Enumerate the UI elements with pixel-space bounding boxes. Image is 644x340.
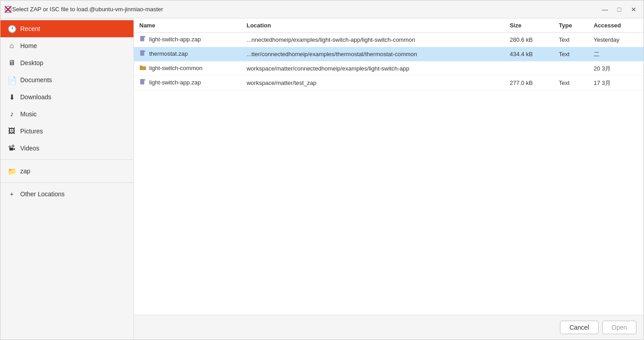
table-row[interactable]: light-switch-commonworkspace/matter/conn…: [134, 62, 644, 76]
downloads-icon: ⬇: [8, 93, 16, 102]
file-name-text: light-switch-app.zap: [149, 79, 201, 86]
sidebar-item-videos[interactable]: 📽Videos: [0, 140, 133, 157]
recent-icon: 🕐: [8, 25, 16, 33]
sidebar-label-documents: Documents: [20, 76, 52, 84]
file-type-cell: Text: [554, 33, 588, 47]
sidebar-label-recent: Recent: [20, 25, 40, 32]
file-name-cell: thermostat.zap: [134, 47, 241, 62]
file-location-cell: ...tter/connectedhomeip/examples/thermos…: [241, 47, 504, 62]
videos-icon: 📽: [8, 144, 16, 152]
sidebar-label-home: Home: [20, 42, 37, 49]
file-location-cell: workspace/matter/test_zap: [241, 76, 504, 90]
file-name-text: light-switch-common: [149, 65, 202, 71]
file-icon: thermostat.zap: [139, 50, 188, 57]
sidebar-label-zap: zap: [20, 168, 31, 175]
table-body: light-switch-app.zap...nnectedhomeip/exa…: [134, 33, 644, 90]
titlebar: Select ZAP or ISC file to load.@ubuntu-v…: [0, 0, 644, 18]
sidebar-item-pictures[interactable]: 🖼Pictures: [0, 123, 133, 140]
file-location-cell: workspace/matter/connectedhomeip/example…: [241, 62, 504, 76]
file-name-cell: light-switch-app.zap: [134, 76, 241, 90]
file-name-cell: light-switch-app.zap: [134, 33, 241, 47]
files-table: Name Location Size Type Accessed light-s…: [134, 18, 644, 90]
window-controls: — □ ✕: [599, 4, 640, 14]
file-accessed-cell: 17 3月: [588, 76, 644, 90]
sidebar-item-recent[interactable]: 🕐Recent: [0, 20, 133, 37]
file-size-cell: 280.6 kB: [504, 33, 553, 47]
sidebar: 🕐Recent⌂Home🖥Desktop📄Documents⬇Downloads…: [0, 18, 134, 340]
sidebar-divider-2: [0, 182, 133, 183]
app-logo-icon: [4, 5, 12, 13]
file-accessed-cell: 20 3月: [588, 62, 644, 76]
file-type-cell: Text: [554, 76, 588, 90]
file-accessed-cell: 二: [588, 47, 644, 62]
cancel-button[interactable]: Cancel: [560, 321, 599, 334]
table-row[interactable]: thermostat.zap...tter/connectedhomeip/ex…: [134, 47, 644, 62]
main-content: 🕐Recent⌂Home🖥Desktop📄Documents⬇Downloads…: [0, 18, 644, 340]
table-row[interactable]: light-switch-app.zapworkspace/matter/tes…: [134, 76, 644, 90]
sidebar-label-desktop: Desktop: [20, 59, 43, 66]
open-button[interactable]: Open: [602, 321, 636, 334]
footer: Cancel Open: [134, 315, 644, 340]
sidebar-item-documents[interactable]: 📄Documents: [0, 71, 133, 88]
file-size-cell: 434.4 kB: [504, 47, 553, 62]
sidebar-label-videos: Videos: [20, 145, 40, 152]
minimize-button[interactable]: —: [599, 4, 611, 14]
file-size-cell: [504, 62, 553, 76]
col-accessed[interactable]: Accessed: [588, 18, 644, 33]
file-name-text: thermostat.zap: [149, 50, 188, 57]
desktop-icon: 🖥: [8, 59, 16, 67]
main-panel: Name Location Size Type Accessed light-s…: [134, 18, 644, 340]
close-button[interactable]: ✕: [627, 4, 640, 14]
col-name[interactable]: Name: [134, 18, 241, 33]
home-icon: ⌂: [8, 42, 16, 50]
svg-rect-4: [140, 50, 144, 56]
pictures-icon: 🖼: [8, 127, 16, 135]
zap-icon: 📁: [8, 167, 16, 176]
other-locations-icon: +: [8, 190, 16, 198]
maximize-button[interactable]: □: [613, 4, 626, 14]
music-icon: ♪: [8, 110, 16, 118]
sidebar-item-downloads[interactable]: ⬇Downloads: [0, 88, 133, 106]
file-table: Name Location Size Type Accessed light-s…: [134, 18, 644, 315]
sidebar-item-zap[interactable]: 📁zap: [0, 163, 133, 180]
sidebar-item-home[interactable]: ⌂Home: [0, 37, 133, 54]
documents-icon: 📄: [8, 76, 16, 84]
file-accessed-cell: Yesterday: [588, 33, 644, 47]
window: Select ZAP or ISC file to load.@ubuntu-v…: [0, 0, 644, 340]
col-type[interactable]: Type: [554, 18, 588, 33]
file-type-cell: [554, 62, 588, 76]
sidebar-item-desktop[interactable]: 🖥Desktop: [0, 54, 133, 71]
window-title: Select ZAP or ISC file to load.@ubuntu-v…: [12, 6, 599, 13]
file-location-cell: ...nnectedhomeip/examples/light-switch-a…: [241, 33, 504, 47]
sidebar-item-music[interactable]: ♪Music: [0, 106, 133, 123]
svg-rect-5: [140, 79, 144, 84]
file-size-cell: 277.0 kB: [504, 76, 553, 90]
file-icon: light-switch-app.zap: [139, 35, 201, 43]
file-name-cell: light-switch-common: [134, 62, 241, 76]
file-name-text: light-switch-app.zap: [149, 36, 201, 43]
sidebar-label-music: Music: [20, 110, 37, 118]
file-icon: light-switch-app.zap: [139, 79, 201, 86]
sidebar-label-other-locations: Other Locations: [20, 190, 65, 198]
sidebar-label-downloads: Downloads: [20, 93, 51, 101]
col-location[interactable]: Location: [241, 18, 504, 33]
table-header: Name Location Size Type Accessed: [134, 18, 644, 33]
table-row[interactable]: light-switch-app.zap...nnectedhomeip/exa…: [134, 33, 644, 47]
sidebar-label-pictures: Pictures: [20, 128, 43, 135]
sidebar-item-other-locations[interactable]: +Other Locations: [0, 185, 133, 203]
col-size[interactable]: Size: [504, 18, 553, 33]
sidebar-divider: [0, 159, 133, 160]
folder-icon: light-switch-common: [139, 64, 202, 71]
svg-rect-3: [140, 36, 144, 41]
file-type-cell: Text: [554, 47, 588, 62]
